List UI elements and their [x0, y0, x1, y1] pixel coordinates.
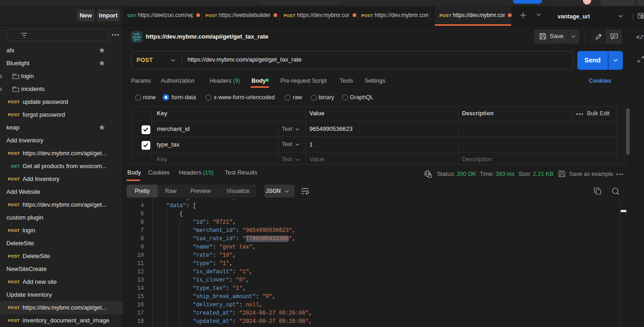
svg-text:HTTP: HTTP: [133, 36, 141, 39]
